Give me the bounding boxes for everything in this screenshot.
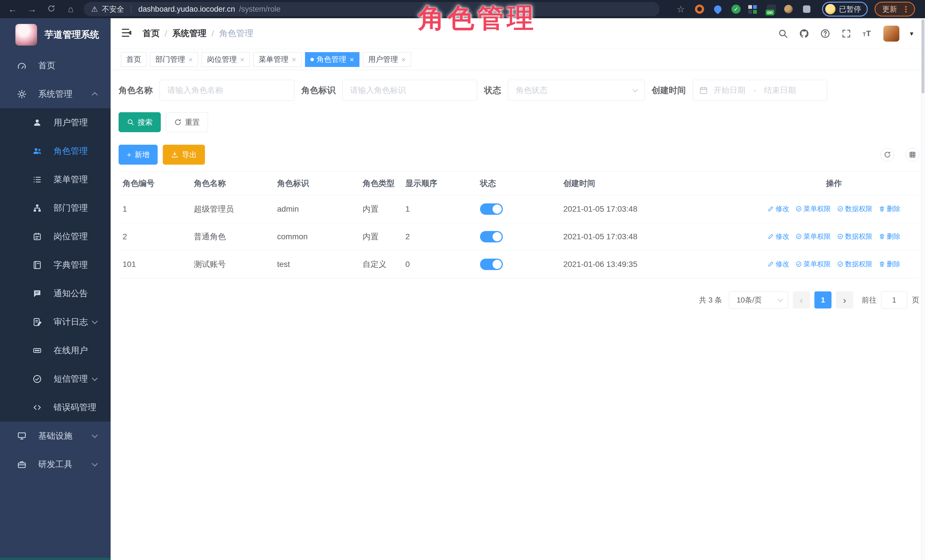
tab[interactable]: 首页 [121, 52, 146, 67]
reload-icon[interactable] [45, 5, 57, 14]
cell-role-sort: 2 [401, 223, 476, 251]
row-action-link[interactable]: 删除 [879, 232, 901, 241]
scrollbar[interactable] [921, 18, 925, 560]
dashboard-icon [15, 59, 28, 72]
create-time-range-picker[interactable]: 开始日期 - 结束日期 [693, 80, 827, 101]
extension-badge: on [766, 10, 774, 15]
sidebar-item[interactable]: 错误码管理 [0, 393, 111, 422]
extension-green-check-icon[interactable] [730, 3, 742, 15]
extension-monkey-icon[interactable] [783, 3, 794, 15]
extensions-puzzle-icon[interactable] [801, 3, 812, 15]
row-action-link[interactable]: 修改 [768, 260, 789, 269]
row-action-link[interactable]: 菜单权限 [795, 232, 831, 241]
date-range-separator: - [753, 86, 756, 95]
status-toggle[interactable] [480, 259, 503, 270]
status-toggle[interactable] [480, 203, 503, 215]
tab-close-icon[interactable]: × [350, 56, 354, 63]
sidebar-item[interactable]: 短信管理 [0, 365, 111, 393]
row-action-link[interactable]: 数据权限 [837, 232, 872, 241]
sidebar-item[interactable]: 角色管理 [0, 137, 111, 165]
circle-check-icon [837, 206, 844, 212]
tab-close-icon[interactable]: × [292, 56, 296, 63]
tab-close-icon[interactable]: × [240, 56, 244, 63]
export-button[interactable]: 导出 [163, 145, 205, 165]
prev-page-button[interactable]: ‹ [793, 291, 810, 308]
tab-close-icon[interactable]: × [188, 56, 193, 63]
toggle-knob [493, 260, 502, 269]
role-key-input[interactable] [342, 80, 477, 101]
refresh-table-button[interactable] [881, 148, 894, 162]
role-status-select[interactable]: 角色状态 [508, 80, 645, 101]
sidebar-item[interactable]: 菜单管理 [0, 165, 111, 194]
forward-icon[interactable]: → [26, 5, 38, 14]
sidebar-item[interactable]: 系统管理 [0, 80, 111, 108]
tab-label: 首页 [126, 54, 141, 65]
github-icon[interactable] [798, 27, 811, 40]
page-number-button[interactable]: 1 [814, 291, 832, 308]
sidebar-item[interactable]: 在线用户 [0, 336, 111, 365]
row-action-link[interactable]: 数据权限 [837, 260, 872, 269]
search-button[interactable]: 搜索 [119, 112, 161, 132]
font-size-icon[interactable]: TT [861, 27, 874, 40]
sidebar-item[interactable]: 研发工具 [0, 450, 111, 479]
row-action-link[interactable]: 菜单权限 [795, 260, 831, 269]
column-settings-button[interactable] [905, 148, 919, 162]
sidebar-item[interactable]: 基础设施 [0, 422, 111, 450]
sidebar-item[interactable]: 岗位管理 [0, 222, 111, 251]
bookmark-star-icon[interactable]: ☆ [675, 5, 687, 14]
row-action-link[interactable]: 数据权限 [837, 204, 872, 213]
fullscreen-icon[interactable] [840, 27, 853, 40]
row-action-link[interactable]: 删除 [879, 204, 901, 213]
sidebar-item[interactable]: 首页 [0, 51, 111, 80]
sidebar-item[interactable]: 字典管理 [0, 251, 111, 279]
page-size-select[interactable]: 10条/页 [729, 291, 788, 308]
browser-update-button[interactable]: 更新 ⋮ [875, 2, 915, 17]
add-button[interactable]: + 新增 [119, 145, 158, 165]
tab[interactable]: 用户管理 × [363, 52, 411, 67]
row-action-link[interactable]: 删除 [879, 260, 901, 269]
sidebar-item[interactable]: 用户管理 [0, 108, 111, 137]
reset-button[interactable]: 重置 [166, 112, 208, 132]
home-icon[interactable]: ⌂ [65, 5, 77, 14]
user-avatar[interactable] [883, 26, 899, 42]
sidebar-item[interactable]: 部门管理 [0, 194, 111, 222]
scrollbar-thumb[interactable] [922, 20, 924, 93]
role-name-input[interactable] [160, 80, 294, 101]
row-action-link[interactable]: 修改 [768, 204, 789, 213]
sidebar-item-label: 通知公告 [54, 288, 88, 299]
back-icon[interactable]: ← [6, 5, 19, 14]
status-toggle[interactable] [480, 231, 503, 242]
row-action-link[interactable]: 修改 [768, 232, 789, 241]
help-icon[interactable] [819, 27, 832, 40]
online-users-icon [31, 344, 43, 357]
extension-blue-drop-icon[interactable] [712, 3, 723, 15]
row-action-link[interactable]: 菜单权限 [795, 204, 831, 213]
svg-text:T: T [866, 29, 871, 38]
breadcrumb-home[interactable]: 首页 [143, 28, 160, 39]
search-icon[interactable] [777, 27, 789, 40]
tab[interactable]: 岗位管理 × [202, 52, 250, 67]
hamburger-icon[interactable] [120, 27, 134, 41]
url-bar[interactable]: ⚠ 不安全 dashboard.yudao.iocoder.cn/system/… [84, 2, 660, 16]
sidebar-item[interactable]: 通知公告 [0, 279, 111, 308]
column-header: 角色编号 [119, 172, 190, 195]
tab-close-icon[interactable]: × [401, 56, 406, 63]
caret-down-icon[interactable]: ▾ [908, 27, 915, 40]
tab[interactable]: 菜单管理 × [253, 52, 301, 67]
extension-orange-icon[interactable] [694, 3, 705, 15]
browser-menu-dots-icon[interactable]: ⋮ [902, 4, 910, 14]
breadcrumb-section[interactable]: 系统管理 [172, 28, 206, 39]
extension-translate-icon[interactable]: on [767, 5, 776, 14]
cell-status [476, 251, 559, 278]
page-content: 角色名称 角色标识 状态 角色状态 创建时间 开始日期 - 结束日期 [111, 70, 925, 560]
extension-grid-icon[interactable] [749, 3, 760, 15]
sidebar-item[interactable]: 审计日志 [0, 308, 111, 336]
browser-profile-chip[interactable]: 已暂停 [822, 2, 868, 17]
goto-page-input[interactable] [881, 291, 907, 308]
tab[interactable]: 部门管理 × [150, 52, 198, 67]
next-page-button[interactable]: › [836, 291, 853, 308]
cell-status [476, 223, 559, 251]
tab[interactable]: 角色管理 × [305, 52, 360, 67]
chevron-down-icon [92, 460, 98, 466]
app-logo-row: 芋道管理系统 [0, 18, 111, 51]
